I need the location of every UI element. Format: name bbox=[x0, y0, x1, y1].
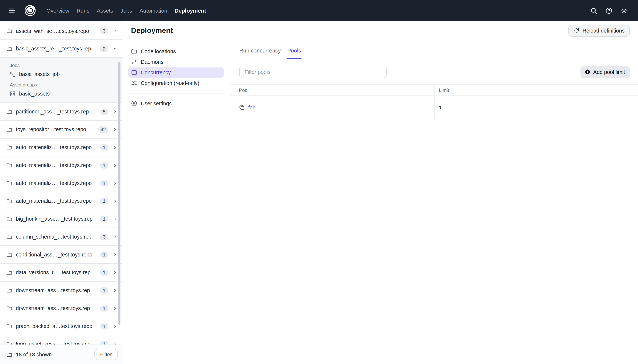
folder-icon bbox=[7, 352, 12, 357]
repo-row-auto-materializ-test-toys-repo[interactable]: auto_materializ…_test.toys.repo1 bbox=[0, 174, 122, 192]
reload-definitions-button[interactable]: Reload definitions bbox=[568, 24, 630, 36]
pool-limit-value: 1 bbox=[434, 96, 638, 119]
repo-count-badge: 1 bbox=[100, 216, 108, 222]
repo-count-badge: 1 bbox=[100, 269, 108, 276]
sub-item-label: basic_assets_job bbox=[19, 71, 60, 77]
user-icon bbox=[131, 100, 137, 106]
repo-label: toys_repositor…test.toys.repo bbox=[16, 126, 86, 132]
nav-item-automation[interactable]: Automation bbox=[139, 8, 167, 14]
nav-item-assets[interactable]: Assets bbox=[97, 8, 113, 14]
chevron-right-icon bbox=[113, 127, 117, 132]
app-window: OverviewRunsAssetsJobsAutomationDeployme… bbox=[0, 0, 638, 364]
filter-button[interactable]: Filter bbox=[94, 349, 117, 360]
sidebar-scrollbar[interactable] bbox=[118, 62, 120, 325]
filter-pools-input[interactable] bbox=[239, 66, 386, 78]
gear-icon bbox=[620, 7, 627, 14]
repo-count-badge: 1 bbox=[100, 162, 108, 168]
repo-count-badge: 2 bbox=[100, 45, 108, 52]
repo-list: assets_with_se…test.toys.repo3basic_asse… bbox=[0, 21, 122, 344]
add-pool-limit-button[interactable]: Add pool limit bbox=[581, 66, 630, 78]
tab-pools[interactable]: Pools bbox=[287, 46, 301, 59]
repo-row-auto-materializ-test-toys-repo[interactable]: auto_materializ…_test.toys.repo1 bbox=[0, 156, 122, 174]
add-circle-icon bbox=[585, 69, 590, 75]
folder-icon bbox=[131, 48, 137, 54]
folder-icon bbox=[7, 234, 12, 240]
folder-icon bbox=[7, 323, 12, 329]
gear-button[interactable] bbox=[618, 4, 630, 16]
chevron-right-icon bbox=[113, 28, 117, 33]
hamburger-icon bbox=[8, 7, 16, 14]
subnav-item-daemons[interactable]: Daemons bbox=[128, 57, 224, 67]
tabs: Run concurrencyPools bbox=[230, 40, 638, 59]
subnav-label: Daemons bbox=[141, 59, 163, 65]
repo-label: auto_materializ…_test.toys.repo bbox=[16, 162, 92, 168]
subnav-item-code-locations[interactable]: Code locations bbox=[128, 46, 224, 56]
chevron-right-icon bbox=[113, 324, 117, 328]
primary-nav: OverviewRunsAssetsJobsAutomationDeployme… bbox=[47, 8, 206, 14]
chevron-right-icon bbox=[113, 252, 117, 257]
concurrency-icon bbox=[131, 70, 137, 76]
nav-item-overview[interactable]: Overview bbox=[47, 8, 69, 14]
main-content: Deployment Reload definitions Code locat… bbox=[122, 21, 638, 364]
main-header: Deployment Reload definitions bbox=[122, 21, 638, 40]
reload-icon bbox=[574, 28, 579, 34]
sidebar-item-basic-assets-job[interactable]: basic_assets_job bbox=[0, 70, 122, 79]
nav-item-jobs[interactable]: Jobs bbox=[121, 8, 132, 14]
nav-item-runs[interactable]: Runs bbox=[77, 8, 89, 14]
sidebar-item-basic-assets[interactable]: basic_assets bbox=[0, 89, 122, 98]
subnav-label: Code locations bbox=[141, 48, 176, 54]
app-body: assets_with_se…test.toys.repo3basic_asse… bbox=[0, 21, 638, 364]
repo-expanded-content: Jobsbasic_assets_jobAsset groupsbasic_as… bbox=[0, 58, 122, 103]
dagster-logo[interactable] bbox=[24, 4, 37, 17]
repo-row-basic-assets-re-test-toys-rep[interactable]: basic_assets_re…_test.toys.rep2 bbox=[0, 40, 122, 58]
chevron-right-icon bbox=[113, 270, 117, 275]
sub-item-label: basic_assets bbox=[19, 90, 50, 97]
job-icon bbox=[10, 71, 16, 77]
repo-row-conditional-ass-test-toys-repo[interactable]: conditional_ass…_test.toys.repo1 bbox=[0, 246, 122, 264]
repo-label: big_honkin_asse…_test.toys.rep bbox=[16, 216, 92, 222]
repo-row-partitioned-ass-test-toys-rep[interactable]: partitioned_ass…_test.toys.rep5 bbox=[0, 103, 122, 121]
repo-count-badge: 1 bbox=[100, 305, 108, 311]
repo-row-downstream-ass-test-toys-rep[interactable]: downstream_ass…test.toys.rep1 bbox=[0, 282, 122, 300]
concurrency-pane: Run concurrencyPools Add pool limit Pool… bbox=[230, 40, 638, 364]
repo-row-long-asset-keys-test-toys-re[interactable]: long_asset_keys…_test.toys.re1 bbox=[0, 335, 122, 344]
repo-count-badge: 1 bbox=[100, 198, 108, 204]
repo-label: basic_assets_re…_test.toys.rep bbox=[16, 46, 91, 52]
repo-row-toys-repositor-test-toys-repo[interactable]: toys_repositor…test.toys.repo42 bbox=[0, 121, 122, 138]
search-button[interactable] bbox=[588, 4, 600, 16]
top-nav: OverviewRunsAssetsJobsAutomationDeployme… bbox=[0, 0, 638, 21]
chevron-right-icon bbox=[113, 288, 117, 293]
chevron-right-icon bbox=[113, 198, 117, 203]
repo-row-auto-materializ-test-toys-repo[interactable]: auto_materializ…_test.toys.repo1 bbox=[0, 192, 122, 210]
chevron-right-icon bbox=[113, 342, 117, 344]
repo-count-badge: 3 bbox=[100, 233, 108, 240]
pools-toolbar: Add pool limit bbox=[239, 66, 630, 78]
tab-run-concurrency[interactable]: Run concurrency bbox=[239, 46, 281, 59]
pool-link[interactable]: foo bbox=[248, 104, 256, 110]
repo-count-badge: 1 bbox=[100, 341, 108, 344]
folder-icon bbox=[7, 126, 12, 132]
pool-row: foo1 bbox=[230, 96, 638, 119]
nav-item-deployment[interactable]: Deployment bbox=[175, 8, 206, 14]
repo-label: graph_backed_a…test.toys.repo bbox=[16, 323, 92, 329]
sidebar: assets_with_se…test.toys.repo3basic_asse… bbox=[0, 21, 122, 364]
repo-row-column-schema-test-toys-rep[interactable]: column_schema_…test.toys.rep3 bbox=[0, 228, 122, 246]
repo-label: downstream_ass…test.toys.rep bbox=[16, 287, 90, 294]
subnav-item-concurrency[interactable]: Concurrency bbox=[128, 68, 224, 78]
help-button[interactable] bbox=[603, 4, 615, 16]
repo-row-graph-backed-a-test-toys-repo[interactable]: graph_backed_a…test.toys.repo1 bbox=[0, 317, 122, 335]
pool-icon bbox=[239, 104, 245, 110]
subnav-label: User settings bbox=[141, 100, 172, 106]
pools-table: PoolLimit foo1 bbox=[230, 84, 638, 119]
subnav-item-user-settings[interactable]: User settings bbox=[128, 98, 224, 108]
repo-row-assets-with-se-test-toys-repo[interactable]: assets_with_se…test.toys.repo3 bbox=[0, 22, 122, 40]
repo-row-auto-materializ-test-toys-repo[interactable]: auto_materializ…_test.toys.repo1 bbox=[0, 138, 122, 156]
repo-row-data-versions-r-test-toys-rep[interactable]: data_versions_r…_test.toys.rep1 bbox=[0, 264, 122, 282]
subnav-item-configuration-read-only[interactable]: Configuration (read-only) bbox=[128, 78, 224, 88]
folder-icon bbox=[7, 216, 12, 222]
hamburger-menu-icon[interactable] bbox=[6, 4, 18, 17]
repo-count-badge: 5 bbox=[100, 108, 108, 115]
repo-row-downstream-ass-test-toys-rep[interactable]: downstream_ass…test.toys.rep1 bbox=[0, 300, 122, 318]
repo-row-big-honkin-asse-test-toys-rep[interactable]: big_honkin_asse…_test.toys.rep1 bbox=[0, 210, 122, 228]
folder-icon bbox=[7, 198, 12, 204]
